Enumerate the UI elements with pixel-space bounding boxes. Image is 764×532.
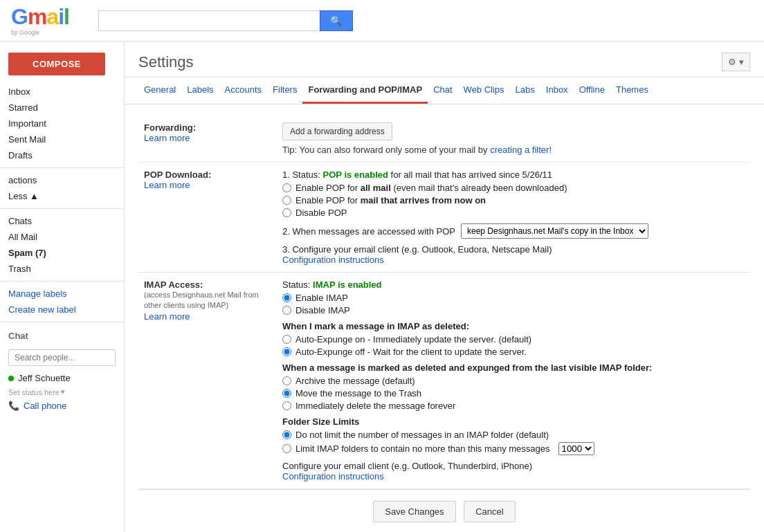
gear-dropdown-icon: ▾ xyxy=(739,57,744,67)
logo-g: G xyxy=(11,4,28,29)
pop-label-cell: POP Download: Learn more xyxy=(138,163,277,273)
imap-expunged-opt1-radio[interactable] xyxy=(282,376,291,385)
imap-expunged-opt2[interactable]: Move the message to the Trash xyxy=(282,388,745,398)
pop-option1-radio[interactable] xyxy=(282,183,291,192)
imap-deleted-opt2-radio[interactable] xyxy=(282,347,291,356)
imap-learn-more[interactable]: Learn more xyxy=(144,311,190,322)
imap-deleted-opt1-radio[interactable] xyxy=(282,335,291,344)
sidebar-item-inbox[interactable]: Inbox xyxy=(0,84,124,100)
sidebar-item-sent[interactable]: Sent Mail xyxy=(0,131,124,147)
tab-accounts[interactable]: Accounts xyxy=(219,77,267,104)
add-forwarding-button[interactable]: Add a forwarding address xyxy=(282,122,392,140)
pop-option1[interactable]: Enable POP for all mail (even mail that'… xyxy=(282,183,745,193)
imap-config-link[interactable]: Configuration instructions xyxy=(282,471,384,481)
imap-deleted-opt1[interactable]: Auto-Expunge on - Immediately update the… xyxy=(282,334,745,345)
sidebar-item-drafts[interactable]: Drafts xyxy=(0,147,124,163)
imap-expunged-opt2-radio[interactable] xyxy=(282,389,291,398)
chat-section xyxy=(0,345,124,370)
imap-enable-group: Enable IMAP Disable IMAP xyxy=(282,293,745,315)
pop-dropdown[interactable]: keep Designhaus.net Mail's copy in the I… xyxy=(461,223,648,239)
imap-disable-option[interactable]: Disable IMAP xyxy=(282,305,745,315)
tab-filters[interactable]: Filters xyxy=(267,77,302,104)
search-input[interactable] xyxy=(98,10,320,31)
tab-offline[interactable]: Offline xyxy=(574,77,610,104)
sidebar-divider4 xyxy=(0,322,124,322)
imap-enable-option[interactable]: Enable IMAP xyxy=(282,293,745,303)
pop-option2-radio[interactable] xyxy=(282,196,291,205)
imap-expunged-opt1-label: Archive the message (default) xyxy=(295,376,415,386)
chat-section-label: Chat xyxy=(0,327,124,345)
pop-status-line: 1. Status: POP is enabled for all mail t… xyxy=(282,169,745,180)
settings-tabs: General Labels Accounts Filters Forwardi… xyxy=(125,77,764,104)
tab-inbox[interactable]: Inbox xyxy=(540,77,574,104)
forwarding-label-cell: Forwarding: Learn more xyxy=(138,116,277,163)
pop-config-link[interactable]: Configuration instructions xyxy=(282,255,384,265)
pop-learn-more[interactable]: Learn more xyxy=(144,180,190,190)
tab-themes[interactable]: Themes xyxy=(610,77,654,104)
pop-option2[interactable]: Enable POP for mail that arrives from no… xyxy=(282,195,745,205)
imap-content: Status: IMAP is enabled Enable IMAP Disa… xyxy=(282,279,745,481)
sidebar-item-spam[interactable]: Spam (7) xyxy=(0,245,124,261)
settings-table: Forwarding: Learn more Add a forwarding … xyxy=(138,116,750,489)
logo-i: i xyxy=(58,4,64,29)
imap-enable-radio[interactable] xyxy=(282,293,291,302)
pop-download-row: POP Download: Learn more 1. Status: POP … xyxy=(138,163,750,273)
call-phone-row[interactable]: 📞 Call phone xyxy=(0,398,124,414)
imap-deleted-opt2-label: Auto-Expunge off - Wait for the client t… xyxy=(295,347,527,357)
save-changes-button[interactable]: Save Changes xyxy=(373,501,455,522)
phone-icon: 📞 xyxy=(8,401,19,411)
tab-labels[interactable]: Labels xyxy=(181,77,219,104)
imap-expunged-opt1[interactable]: Archive the message (default) xyxy=(282,376,745,386)
create-new-label-link[interactable]: Create new label xyxy=(0,302,124,318)
folder-size-dropdown[interactable]: 1000 xyxy=(558,442,594,455)
pop-title: POP Download: xyxy=(144,169,271,180)
folder-opt1-radio[interactable] xyxy=(282,430,291,439)
sidebar-item-trash[interactable]: Trash xyxy=(0,261,124,277)
sidebar-less[interactable]: Less ▲ xyxy=(0,188,124,204)
sidebar-item-allmail[interactable]: All Mail xyxy=(0,229,124,245)
tab-general[interactable]: General xyxy=(138,77,181,104)
folder-size-group: Do not limit the number of messages in a… xyxy=(282,430,745,455)
forwarding-row: Forwarding: Learn more Add a forwarding … xyxy=(138,116,750,163)
imap-expunged-opt3-radio[interactable] xyxy=(282,401,291,410)
pop-option3[interactable]: Disable POP xyxy=(282,208,745,218)
tab-labs[interactable]: Labs xyxy=(510,77,540,104)
forwarding-title: Forwarding: xyxy=(144,122,271,133)
imap-expunged-opt2-label: Move the message to the Trash xyxy=(295,388,421,398)
imap-deleted-opt2[interactable]: Auto-Expunge off - Wait for the client t… xyxy=(282,347,745,357)
chat-user-name[interactable]: Jeff Schuette xyxy=(18,373,71,383)
folder-opt2-radio[interactable] xyxy=(282,444,291,453)
cancel-button[interactable]: Cancel xyxy=(464,501,515,522)
pop-option3-radio[interactable] xyxy=(282,208,291,217)
imap-deleted-opt1-label: Auto-Expunge on - Immediately update the… xyxy=(295,334,531,345)
folder-opt1[interactable]: Do not limit the number of messages in a… xyxy=(282,430,745,440)
pop-status-text: POP is enabled xyxy=(323,169,388,180)
sidebar-item-starred[interactable]: Starred xyxy=(0,100,124,116)
imap-expunged-header: When a message is marked as deleted and … xyxy=(282,363,745,373)
imap-expunged-opt3[interactable]: Immediately delete the message forever xyxy=(282,401,745,411)
search-button[interactable]: 🔍 xyxy=(320,10,353,31)
gear-button[interactable]: ⚙ ▾ xyxy=(722,53,750,71)
folder-opt2[interactable]: Limit IMAP folders to contain no more th… xyxy=(282,442,745,455)
sidebar-divider xyxy=(0,167,124,168)
imap-disable-radio[interactable] xyxy=(282,306,291,315)
page-title: Settings xyxy=(138,53,194,71)
imap-deleted-header: When I mark a message in IMAP as deleted… xyxy=(282,321,745,331)
search-people-input[interactable] xyxy=(8,349,116,366)
gear-icon: ⚙ xyxy=(728,57,736,67)
sidebar-item-chats[interactable]: Chats xyxy=(0,213,124,229)
set-status-chevron-icon: ▾ xyxy=(61,387,65,396)
sidebar-item-important[interactable]: Important xyxy=(0,116,124,131)
manage-labels-link[interactable]: Manage labels xyxy=(0,286,124,302)
imap-expunged-opt3-label: Immediately delete the message forever xyxy=(295,401,455,411)
tab-webclips[interactable]: Web Clips xyxy=(458,77,510,104)
tab-forwarding[interactable]: Forwarding and POP/IMAP xyxy=(302,77,428,104)
sidebar-actions[interactable]: actions xyxy=(0,172,124,188)
imap-title: IMAP Access: xyxy=(144,279,271,290)
set-status-row[interactable]: Set status here ▾ xyxy=(0,386,124,398)
sidebar: COMPOSE Inbox Starred Important Sent Mai… xyxy=(0,42,125,532)
tab-chat[interactable]: Chat xyxy=(428,77,457,104)
creating-filter-link[interactable]: creating a filter! xyxy=(490,145,552,155)
forwarding-learn-more[interactable]: Learn more xyxy=(144,133,190,143)
compose-button[interactable]: COMPOSE xyxy=(8,53,105,75)
